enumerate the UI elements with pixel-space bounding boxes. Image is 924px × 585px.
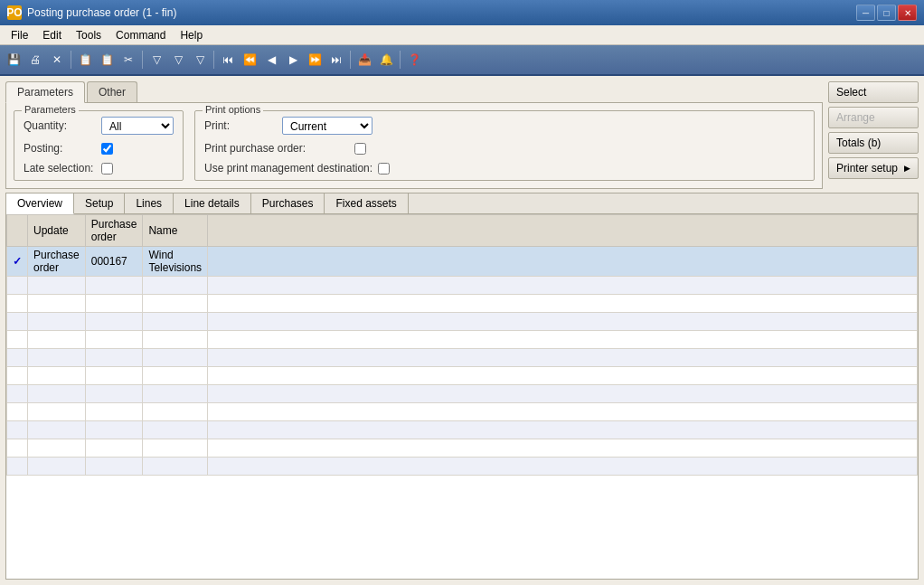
toolbar-help[interactable]: ❓ bbox=[404, 50, 424, 70]
row-check-cell bbox=[7, 439, 28, 458]
side-buttons: Select Arrange Totals (b) Printer setup … bbox=[828, 81, 919, 189]
cell-extra bbox=[208, 349, 918, 367]
use-print-mgmt-checkbox[interactable] bbox=[378, 163, 390, 175]
toolbar-sep-1 bbox=[71, 51, 71, 69]
toolbar-inbox[interactable]: 📥 bbox=[354, 50, 374, 70]
print-select[interactable]: CurrentAllNone bbox=[282, 117, 372, 135]
cell-purchase-order bbox=[85, 458, 143, 476]
table-row[interactable] bbox=[7, 458, 918, 476]
cell-extra bbox=[208, 331, 918, 349]
table-row[interactable] bbox=[7, 367, 918, 385]
totals-button[interactable]: Totals (b) bbox=[828, 132, 919, 154]
row-check-cell bbox=[7, 277, 28, 295]
tab-line-details[interactable]: Line details bbox=[174, 193, 251, 213]
tab-fixed-assets[interactable]: Fixed assets bbox=[325, 193, 408, 213]
row-check-cell bbox=[7, 331, 28, 349]
toolbar-save[interactable]: 💾 bbox=[4, 50, 24, 70]
menu-edit[interactable]: Edit bbox=[35, 27, 69, 43]
toolbar-cut[interactable]: ✂ bbox=[118, 50, 138, 70]
late-selection-row: Late selection: bbox=[24, 162, 174, 175]
cell-extra bbox=[208, 295, 918, 313]
parameters-group: Parameters Quantity: AllCurrentSelected … bbox=[14, 110, 184, 181]
tab-lines[interactable]: Lines bbox=[125, 193, 174, 213]
toolbar-paste[interactable]: 📋 bbox=[97, 50, 117, 70]
menu-tools[interactable]: Tools bbox=[69, 27, 108, 43]
table-row[interactable] bbox=[7, 277, 918, 295]
row-check-cell bbox=[7, 349, 28, 367]
cell-name bbox=[143, 277, 208, 295]
parameters-group-label: Parameters bbox=[22, 104, 79, 115]
cell-extra bbox=[208, 247, 918, 277]
printer-setup-button[interactable]: Printer setup ▶ bbox=[828, 157, 919, 179]
params-tab-row: Parameters Other bbox=[5, 81, 823, 103]
cell-name bbox=[143, 458, 208, 476]
cell-extra bbox=[208, 439, 918, 458]
tab-purchases[interactable]: Purchases bbox=[251, 193, 325, 213]
use-print-mgmt-row: Use print management destination: bbox=[204, 162, 805, 175]
cell-update bbox=[28, 277, 86, 295]
cell-update bbox=[28, 331, 86, 349]
toolbar-first[interactable]: ⏮ bbox=[218, 50, 238, 70]
toolbar-filter1[interactable]: ▽ bbox=[146, 50, 166, 70]
toolbar-next[interactable]: ▶ bbox=[283, 50, 303, 70]
table-row[interactable] bbox=[7, 349, 918, 367]
toolbar-prev-page[interactable]: ⏪ bbox=[240, 50, 259, 70]
quantity-select[interactable]: AllCurrentSelected bbox=[101, 117, 174, 135]
cell-name bbox=[143, 439, 208, 458]
print-po-row: Print purchase order: bbox=[204, 142, 805, 155]
minimize-button[interactable]: ─ bbox=[856, 5, 875, 21]
toolbar: 💾 🖨 ✕ 📋 📋 ✂ ▽ ▽ ▽ ⏮ ⏪ ◀ ▶ ⏩ ⏭ 📥 🔔 ❓ bbox=[0, 45, 924, 76]
quantity-label: Quantity: bbox=[24, 119, 96, 132]
bottom-tabs: Overview Setup Lines Line details Purcha… bbox=[6, 193, 918, 214]
tab-parameters[interactable]: Parameters bbox=[5, 81, 85, 103]
toolbar-print[interactable]: 🖨 bbox=[25, 50, 45, 70]
cell-purchase-order bbox=[85, 403, 143, 421]
table-row[interactable] bbox=[7, 385, 918, 403]
row-check-cell bbox=[7, 295, 28, 313]
posting-checkbox[interactable] bbox=[101, 143, 113, 155]
select-button[interactable]: Select bbox=[828, 81, 919, 103]
toolbar-next-page[interactable]: ⏩ bbox=[305, 50, 325, 70]
toolbar-filter2[interactable]: ▽ bbox=[168, 50, 188, 70]
cell-purchase-order bbox=[85, 313, 143, 331]
params-content: Parameters Quantity: AllCurrentSelected … bbox=[5, 103, 823, 189]
table-row[interactable] bbox=[7, 295, 918, 313]
print-po-checkbox[interactable] bbox=[354, 143, 366, 155]
tab-other[interactable]: Other bbox=[87, 81, 137, 102]
cell-extra bbox=[208, 403, 918, 421]
menu-command[interactable]: Command bbox=[108, 27, 173, 43]
cell-purchase-order bbox=[85, 331, 143, 349]
window-controls: ─ □ ✕ bbox=[856, 5, 917, 21]
close-button[interactable]: ✕ bbox=[898, 5, 917, 21]
arrange-button[interactable]: Arrange bbox=[828, 107, 919, 128]
menu-file[interactable]: File bbox=[4, 27, 35, 43]
table-row[interactable] bbox=[7, 313, 918, 331]
cell-extra bbox=[208, 385, 918, 403]
print-row: Print: CurrentAllNone bbox=[204, 117, 805, 135]
menu-help[interactable]: Help bbox=[173, 27, 210, 43]
row-check-cell bbox=[7, 385, 28, 403]
cell-extra bbox=[208, 313, 918, 331]
late-selection-label: Late selection: bbox=[24, 162, 96, 175]
row-check-cell bbox=[7, 458, 28, 476]
toolbar-alert[interactable]: 🔔 bbox=[376, 50, 396, 70]
restore-button[interactable]: □ bbox=[877, 5, 896, 21]
toolbar-delete[interactable]: ✕ bbox=[47, 50, 67, 70]
toolbar-sep-2 bbox=[142, 51, 143, 69]
printer-setup-arrow-icon: ▶ bbox=[904, 164, 910, 173]
toolbar-filter3[interactable]: ▽ bbox=[190, 50, 210, 70]
table-row[interactable] bbox=[7, 403, 918, 421]
table-row[interactable]: ✓Purchase order000167Wind Televisions bbox=[7, 247, 918, 277]
table-row[interactable] bbox=[7, 421, 918, 439]
toolbar-copy[interactable]: 📋 bbox=[75, 50, 95, 70]
tab-setup[interactable]: Setup bbox=[74, 193, 125, 213]
tab-overview[interactable]: Overview bbox=[6, 193, 74, 214]
table-row[interactable] bbox=[7, 439, 918, 458]
cell-extra bbox=[208, 458, 918, 476]
toolbar-prev[interactable]: ◀ bbox=[261, 50, 281, 70]
table-row[interactable] bbox=[7, 331, 918, 349]
toolbar-last[interactable]: ⏭ bbox=[326, 50, 346, 70]
col-extra bbox=[208, 215, 918, 247]
cell-name bbox=[143, 403, 208, 421]
late-selection-checkbox[interactable] bbox=[101, 163, 113, 175]
